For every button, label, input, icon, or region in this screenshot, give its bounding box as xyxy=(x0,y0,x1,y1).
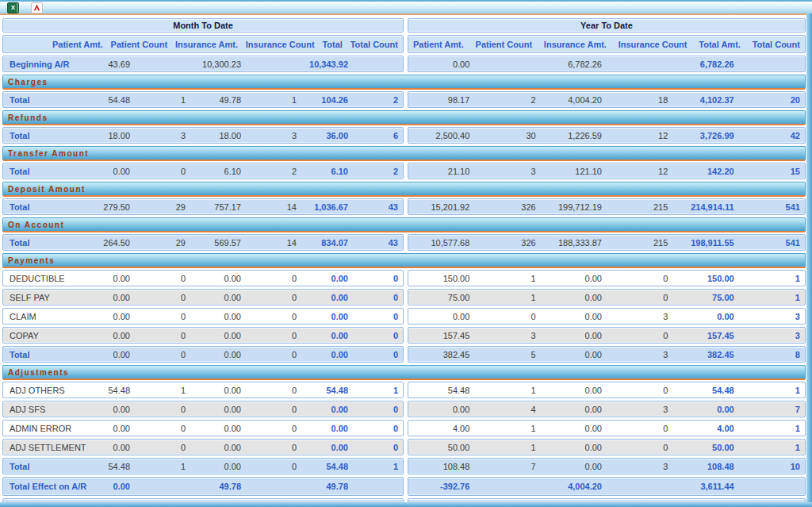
table-row: DEDUCTIBLE0.0000.0000.000150.0010.000150… xyxy=(2,270,806,286)
section-header-refunds: Refunds xyxy=(2,110,806,125)
cell-mtd-insurance-amt: 10,300.23 xyxy=(190,60,246,69)
cell-mtd-patient-count: 1 xyxy=(135,95,190,105)
row-mtd-copay: COPAY0.0000.0000.000 xyxy=(2,327,404,344)
table-row: Total0.0006.1026.10221.103121.1012142.20… xyxy=(2,163,806,179)
cell-ytd-total-count: 3 xyxy=(739,331,805,340)
row-mtd-deductible: DEDUCTIBLE0.0000.0000.000 xyxy=(2,270,404,286)
cell-ytd-insurance-count: 3 xyxy=(607,350,672,359)
cell-ytd-total: 75.00 xyxy=(672,293,738,302)
table-row: Total18.00318.00336.0062,500.40301,226.5… xyxy=(2,127,806,144)
vertical-scrollbar[interactable] xyxy=(806,13,812,507)
section-header-on-account: On Account xyxy=(2,217,806,232)
cell-ytd-insurance-amt: 199,712.19 xyxy=(541,202,607,212)
cell-ytd-patient-amt: 10,577.68 xyxy=(408,238,474,248)
horizontal-scrollbar[interactable] xyxy=(0,502,812,507)
cell-ytd-insurance-amt: 4,004.20 xyxy=(541,482,607,491)
table-row: ADMIN ERROR0.0000.0000.0004.0010.0004.00… xyxy=(2,420,806,436)
cell-mtd-total: 0.00 xyxy=(301,443,353,452)
row-mtd-self-pay: SELF PAY0.0000.0000.000 xyxy=(2,289,404,305)
excel-export-icon: X xyxy=(7,2,19,13)
cell-mtd-insurance-count: 0 xyxy=(246,424,301,433)
cell-ytd-total-count: 541 xyxy=(739,238,805,248)
cell-mtd-patient-amt: 0.00 xyxy=(86,293,135,302)
cell-mtd-patient-count: 29 xyxy=(135,202,190,212)
cell-mtd-total-count: 43 xyxy=(353,202,403,212)
cell-ytd-total: 0.00 xyxy=(672,312,738,321)
cell-mtd-insurance-amt: 757.17 xyxy=(190,202,246,212)
cell-mtd-patient-count: 0 xyxy=(135,405,190,414)
group-header-mtd-label: Month To Date xyxy=(173,21,233,30)
cell-mtd-insurance-amt: 0.00 xyxy=(190,350,246,359)
table-row: ADJ SETTLEMENT0.0000.0000.00050.0010.000… xyxy=(2,439,806,455)
row-label: ADJ SFS xyxy=(3,405,86,414)
section-header-row: Refunds xyxy=(2,110,806,125)
col-header-mtd-total: Total xyxy=(322,40,342,49)
section-header-row: Adjustments xyxy=(2,365,806,380)
cell-ytd-total-count: 10 xyxy=(739,462,805,471)
cell-mtd-insurance-count: 2 xyxy=(246,167,301,176)
cell-ytd-total-count: 1 xyxy=(739,274,805,283)
cell-ytd-patient-count: 7 xyxy=(474,462,540,471)
row-label: Total xyxy=(3,95,86,105)
col-header-mtd-total-count: Total Count xyxy=(350,40,398,49)
cell-mtd-patient-count: 29 xyxy=(135,238,190,248)
cell-ytd-patient-amt: 98.17 xyxy=(408,95,474,105)
cell-ytd-total: 4,102.37 xyxy=(672,95,738,105)
cell-ytd-patient-count: 326 xyxy=(474,238,540,248)
cell-mtd-total: 834.07 xyxy=(301,238,353,248)
row-label: ADMIN ERROR xyxy=(3,424,86,433)
table-row: ADJ SFS0.0000.0000.0000.0040.0030.007 xyxy=(2,401,806,417)
col-header-ytd-insurance-count: Insurance Count xyxy=(619,40,688,49)
cell-ytd-patient-amt: 157.45 xyxy=(408,331,474,340)
cell-ytd-insurance-count: 3 xyxy=(607,405,672,414)
cell-ytd-total-count: 8 xyxy=(739,350,805,359)
section-header-row: Charges xyxy=(2,75,806,90)
table-row: CLAIM0.0000.0000.0000.0000.0030.003 xyxy=(2,308,806,325)
cell-ytd-insurance-count: 0 xyxy=(607,293,672,302)
report-toolbar: X xyxy=(0,0,812,15)
cell-ytd-total-count: 1 xyxy=(739,443,805,452)
cell-ytd-total: 50.00 xyxy=(672,443,738,452)
cell-mtd-patient-amt: 0.00 xyxy=(86,331,135,340)
cell-ytd-patient-count: 3 xyxy=(474,167,540,176)
cell-ytd-total: 214,914.11 xyxy=(672,202,738,212)
cell-ytd-total-count: 1 xyxy=(739,424,805,433)
cell-ytd-patient-count: 2 xyxy=(474,95,540,105)
cell-ytd-insurance-amt: 0.00 xyxy=(541,386,607,395)
cell-ytd-patient-count: 3 xyxy=(474,331,540,340)
row-mtd-total: Total279.5029757.17141,036.6743 xyxy=(2,198,404,215)
cell-ytd-total-count: 541 xyxy=(739,202,805,212)
export-pdf-button[interactable] xyxy=(31,2,43,13)
cell-mtd-patient-amt: 0.00 xyxy=(86,424,135,433)
cell-ytd-total: 3,611.44 xyxy=(672,482,738,491)
row-label: Total xyxy=(3,350,86,359)
row-label: Total xyxy=(3,131,86,140)
row-label: Beginning A/R xyxy=(3,60,86,69)
cell-mtd-insurance-count: 3 xyxy=(246,131,301,140)
cell-mtd-patient-amt: 0.00 xyxy=(86,274,135,283)
cell-mtd-patient-count: 0 xyxy=(135,424,190,433)
cell-mtd-total: 0.00 xyxy=(301,274,353,283)
cell-mtd-total-count: 0 xyxy=(353,331,403,340)
table-row: SELF PAY0.0000.0000.00075.0010.00075.001 xyxy=(2,289,806,305)
cell-mtd-total: 54.48 xyxy=(301,462,353,471)
cell-mtd-insurance-amt: 49.78 xyxy=(190,482,246,491)
cell-mtd-insurance-amt: 0.00 xyxy=(190,312,246,321)
cell-mtd-total-count: 0 xyxy=(353,312,403,321)
column-header-row: Patient Amt. Patient Count Insurance Amt… xyxy=(2,35,806,53)
cell-mtd-patient-amt: 43.69 xyxy=(86,60,135,69)
row-mtd-adj-settlement: ADJ SETTLEMENT0.0000.0000.000 xyxy=(2,439,404,455)
row-label: SELF PAY xyxy=(3,293,86,302)
export-excel-button[interactable]: X xyxy=(7,2,19,13)
cell-mtd-total-count: 0 xyxy=(353,293,403,302)
col-header-mtd-insurance-count: Insurance Count xyxy=(246,40,315,49)
cell-mtd-total: 49.78 xyxy=(301,482,353,491)
cell-ytd-patient-count: 1 xyxy=(474,424,540,433)
cell-ytd-total-count: 1 xyxy=(739,386,805,395)
table-row: COPAY0.0000.0000.000157.4530.000157.453 xyxy=(2,327,806,344)
pdf-export-icon xyxy=(31,2,43,13)
column-headers-ytd: Patient Amt. Patient Count Insurance Amt… xyxy=(408,35,806,53)
cell-ytd-insurance-amt: 0.00 xyxy=(541,293,607,302)
section-header-row: Deposit Amount xyxy=(2,182,806,197)
section-header-row: Payments xyxy=(2,253,806,268)
